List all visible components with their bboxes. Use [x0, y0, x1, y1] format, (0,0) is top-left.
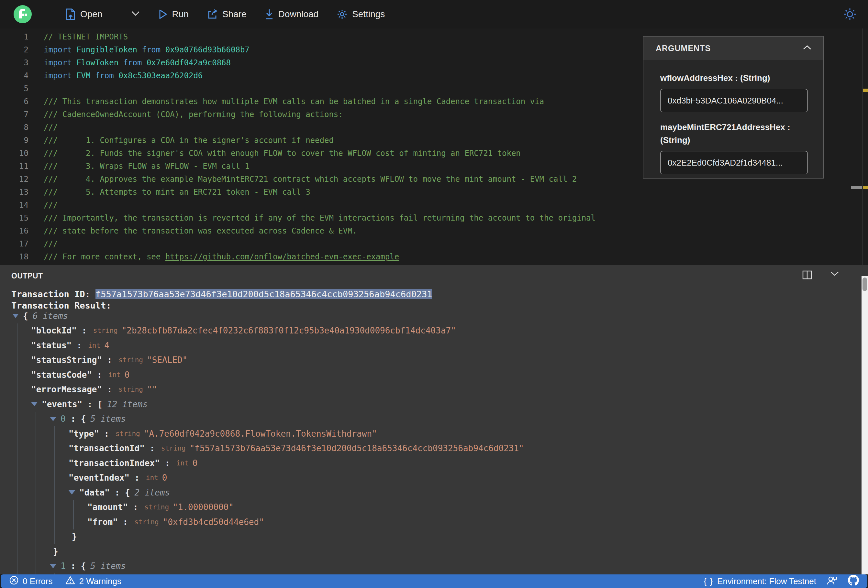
status-bar: 0 Errors 2 Warnings { } Environment: Flo…: [1, 575, 867, 588]
json-tree-toggle-row[interactable]: 1 : {5 items: [11, 559, 860, 574]
github-link[interactable]: [848, 575, 859, 588]
error-icon: [9, 575, 19, 587]
indent-guide: [17, 323, 18, 575]
flow-logo-icon: [17, 9, 28, 20]
indent-guide: [35, 412, 36, 575]
line-numbers: 123456789101112131415161718: [0, 30, 28, 265]
json-tree-toggle-row[interactable]: "data" : {2 items: [11, 485, 860, 500]
json-key: "amount": [87, 502, 128, 512]
line-number: 6: [0, 95, 28, 108]
open-file-icon: [65, 9, 76, 20]
code-line: [44, 82, 595, 95]
argument-label: maybeMintERC721AddressHex : (String): [660, 121, 808, 146]
json-key: "transactionId": [69, 444, 145, 453]
json-key: "statusCode": [31, 370, 92, 380]
collapse-triangle-icon[interactable]: [50, 417, 56, 421]
errors-indicator[interactable]: 0 Errors: [9, 575, 52, 587]
json-key: "statusString": [31, 355, 102, 365]
json-key: "type": [69, 429, 99, 439]
theme-toggle-button[interactable]: [843, 7, 857, 23]
json-value: "f557a1573b76aa53e73d46f3e10d200d5c18a65…: [190, 444, 524, 453]
json-key: "status": [31, 340, 72, 350]
json-type-label: string: [115, 430, 140, 438]
argument-input-0[interactable]: [660, 89, 808, 112]
line-number: 3: [0, 56, 28, 69]
code-lines: // TESTNET IMPORTSimport FungibleToken f…: [44, 30, 595, 265]
json-key: "errorMessage": [31, 385, 102, 394]
json-open-brace: {: [125, 488, 130, 497]
json-items-count: 2 items: [134, 488, 170, 497]
json-tree-row: "status" : int4: [11, 338, 860, 353]
collapse-triangle-icon[interactable]: [50, 564, 56, 568]
collapse-output-icon[interactable]: [830, 270, 840, 281]
json-key: "transactionIndex": [69, 458, 160, 468]
line-number: 12: [0, 173, 28, 186]
json-tree-row: "blockId" : string"2b28cbfb87da2cfec4f02…: [11, 323, 860, 338]
json-index: 1: [61, 561, 66, 571]
json-key: "eventIndex": [69, 473, 130, 483]
warnings-indicator[interactable]: 2 Warnings: [65, 575, 121, 587]
json-value: "2b28cbfb87da2cfec4f0232c6f883f0f12c95b3…: [122, 326, 456, 335]
open-dropdown-button[interactable]: [131, 10, 140, 18]
line-number: 1: [0, 30, 28, 43]
output-scrollbar-thumb[interactable]: [862, 277, 867, 291]
output-title: OUTPUT: [11, 272, 43, 280]
collapse-triangle-icon[interactable]: [69, 490, 75, 495]
toolbar: Open Run Share Download: [0, 0, 868, 28]
line-number: 10: [0, 147, 28, 160]
code-line: import FlowToken from 0x7e60df042a9c0868: [44, 56, 595, 69]
line-number: 11: [0, 160, 28, 173]
json-value: "A.7e60df042a9c0868.FlowToken.TokensWith…: [144, 429, 377, 439]
collapse-triangle-icon[interactable]: [31, 402, 38, 406]
output-scrollbar[interactable]: [862, 276, 868, 575]
json-type-label: int: [176, 459, 189, 467]
argument-input-1[interactable]: [660, 151, 808, 174]
run-button[interactable]: Run: [159, 9, 189, 19]
json-type-label: string: [134, 518, 159, 526]
json-tree-toggle-row[interactable]: {6 items: [11, 308, 860, 323]
line-number: 14: [0, 199, 28, 212]
json-index: 0: [61, 414, 66, 424]
json-type-label: string: [144, 503, 169, 511]
flow-logo[interactable]: [13, 5, 32, 23]
warnings-count: 2 Warnings: [79, 576, 121, 587]
line-number: 13: [0, 186, 28, 199]
arguments-header[interactable]: ARGUMENTS: [644, 37, 823, 60]
json-tree-row: }: [11, 544, 860, 559]
code-line: /// CadenceOwnedAccount (COA), performin…: [44, 108, 595, 121]
environment-indicator[interactable]: { } Environment: Flow Testnet: [704, 576, 816, 587]
json-value: 4: [104, 340, 109, 350]
run-icon: [159, 9, 168, 19]
line-number: 18: [0, 251, 28, 263]
errors-count: 0 Errors: [23, 576, 52, 587]
warning-icon: [65, 575, 75, 587]
collapse-triangle-icon[interactable]: [12, 314, 19, 318]
code-line: ///: [44, 237, 595, 251]
settings-label: Settings: [352, 9, 385, 19]
json-open-brace: {: [81, 561, 86, 571]
json-tree-toggle-row[interactable]: 0 : {5 items: [11, 412, 860, 427]
open-button[interactable]: Open: [65, 9, 103, 20]
code-line: /// Importantly, the transaction is reve…: [44, 212, 595, 224]
code-line: /// 1. Configures a COA in the signer's …: [44, 134, 595, 147]
warning-marker: [863, 88, 868, 92]
download-button[interactable]: Download: [265, 9, 319, 20]
line-number: 8: [0, 121, 28, 134]
github-icon: [848, 575, 859, 588]
json-value: "1.00000000": [173, 502, 234, 512]
warning-marker: [863, 186, 868, 189]
code-line: /// For more context, see https://github…: [44, 251, 595, 263]
transaction-id-value[interactable]: f557a1573b76aa53e73d46f3e10d200d5c18a653…: [96, 289, 432, 299]
person-feedback-icon: [827, 575, 838, 588]
share-button[interactable]: Share: [207, 9, 247, 19]
share-label: Share: [222, 9, 247, 19]
feedback-button[interactable]: [827, 575, 838, 588]
transaction-id-label: Transaction ID:: [11, 289, 96, 299]
json-open-brace: {: [81, 414, 86, 424]
code-line: ///: [44, 121, 595, 134]
json-tree-toggle-row[interactable]: "events" : [12 items: [11, 397, 860, 412]
json-items-count: 5 items: [90, 414, 126, 424]
json-tree-row: "transactionIndex" : int0: [11, 456, 860, 471]
split-view-icon[interactable]: [802, 270, 812, 281]
settings-button[interactable]: Settings: [337, 9, 385, 20]
